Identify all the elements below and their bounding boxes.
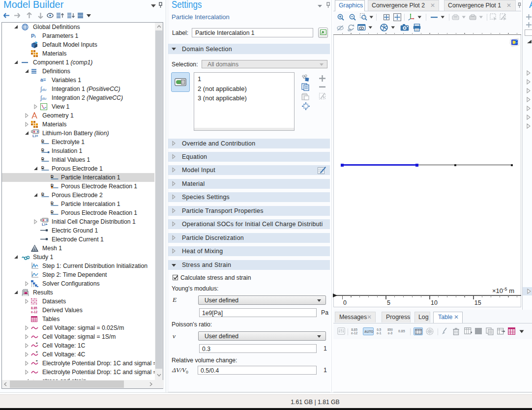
svg-text:*: * xyxy=(36,351,38,355)
svg-text:*: * xyxy=(36,343,38,346)
svg-text:Li+: Li+ xyxy=(42,222,48,226)
svg-text:*: * xyxy=(36,360,38,364)
svg-text:Li+: Li+ xyxy=(32,134,38,138)
